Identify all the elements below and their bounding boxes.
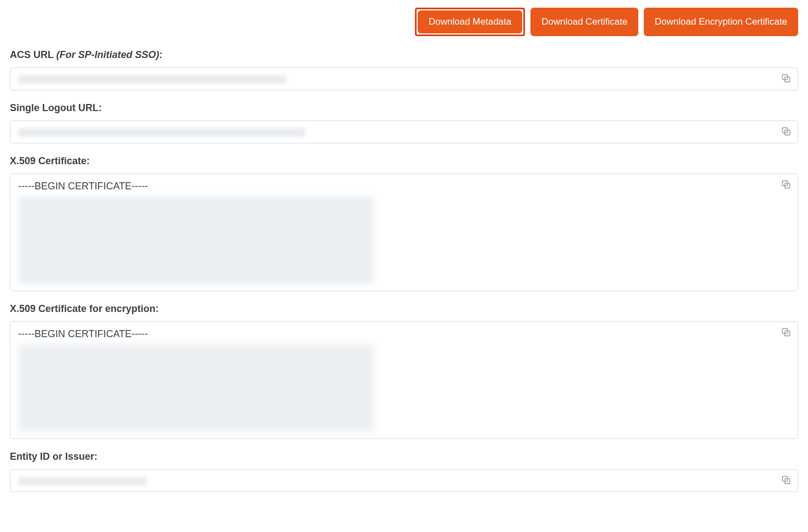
x509-certificate-value-box: -----BEGIN CERTIFICATE----- [10, 174, 798, 291]
x509-encryption-certificate-label: X.509 Certificate for encryption: [10, 303, 798, 315]
certificate-begin-line: -----BEGIN CERTIFICATE----- [18, 328, 770, 340]
single-logout-url-value-box [10, 120, 798, 143]
copy-icon[interactable] [780, 125, 792, 137]
copy-icon[interactable] [780, 178, 792, 190]
download-buttons-row: Download Metadata Download Certificate D… [10, 8, 798, 36]
copy-icon[interactable] [780, 326, 792, 338]
x509-encryption-certificate-redacted-body [18, 344, 374, 432]
acs-url-label-suffix: : [159, 49, 163, 60]
highlight-download-metadata: Download Metadata [415, 8, 525, 36]
acs-url-label: ACS URL (For SP-Initiated SSO): [10, 49, 798, 61]
entity-id-value-box [10, 469, 798, 492]
x509-certificate-label: X.509 Certificate: [10, 155, 798, 167]
download-certificate-button[interactable]: Download Certificate [530, 8, 638, 36]
x509-certificate-redacted-body [18, 196, 374, 284]
certificate-begin-line: -----BEGIN CERTIFICATE----- [18, 181, 770, 192]
acs-url-label-italic: (For SP-Initiated SSO) [56, 49, 159, 60]
acs-url-redacted-value [18, 75, 286, 84]
entity-id-label: Entity ID or Issuer: [10, 451, 798, 462]
entity-id-redacted-value [18, 477, 147, 485]
acs-url-value-box [10, 67, 798, 90]
acs-url-label-prefix: ACS URL [10, 49, 56, 60]
download-encryption-certificate-button[interactable]: Download Encryption Certificate [644, 8, 798, 36]
single-logout-url-redacted-value [18, 128, 305, 137]
copy-icon[interactable] [780, 72, 792, 84]
copy-icon[interactable] [780, 474, 792, 486]
download-metadata-button[interactable]: Download Metadata [418, 10, 522, 33]
single-logout-url-label: Single Logout URL: [10, 102, 798, 114]
x509-encryption-certificate-value-box: -----BEGIN CERTIFICATE----- [10, 321, 798, 439]
